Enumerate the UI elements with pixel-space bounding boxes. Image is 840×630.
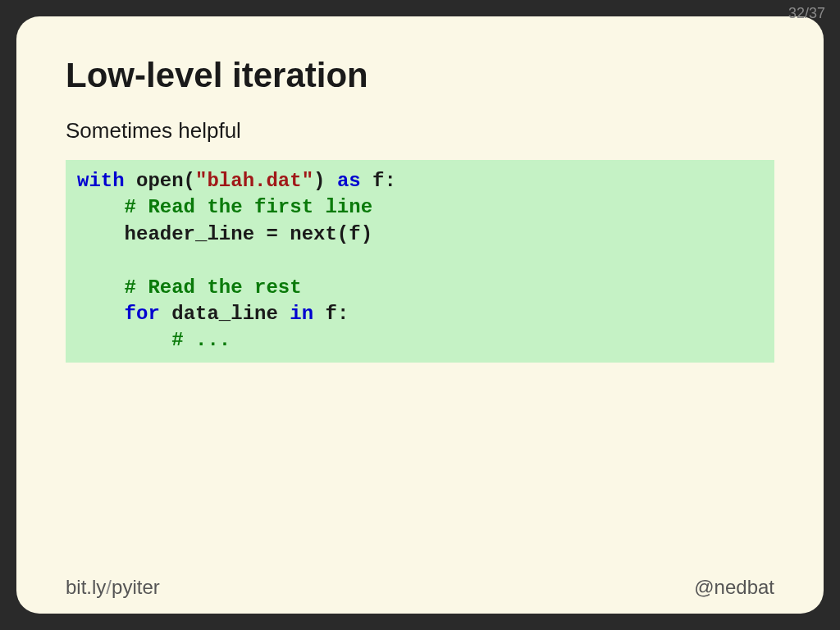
- code-text: f:: [313, 303, 349, 325]
- code-text: open(: [125, 170, 195, 192]
- code-line-2: # Read the first line: [77, 196, 372, 218]
- code-block: with open("blah.dat") as f: # Read the f…: [66, 160, 774, 363]
- code-keyword: with: [77, 170, 125, 192]
- code-line-6: for data_line in f:: [77, 303, 349, 325]
- code-line-1: with open("blah.dat") as f:: [77, 170, 396, 192]
- slide-subtitle: Sometimes helpful: [66, 118, 774, 144]
- page-total: 37: [809, 5, 825, 21]
- code-indent: [77, 276, 125, 299]
- slide: Low-level iteration Sometimes helpful wi…: [16, 16, 824, 614]
- code-comment: # ...: [171, 329, 231, 351]
- code-text: ): [313, 170, 337, 192]
- code-indent: [77, 196, 125, 218]
- code-line-5: # Read the rest: [77, 276, 302, 299]
- code-indent: [77, 329, 171, 351]
- code-keyword: in: [290, 303, 313, 325]
- code-comment: # Read the first line: [125, 196, 372, 218]
- footer-link-path: pyiter: [112, 576, 160, 598]
- slide-title: Low-level iteration: [66, 56, 774, 95]
- code-text: data_line: [160, 303, 290, 325]
- code-keyword: for: [125, 303, 160, 325]
- code-text: f:: [361, 170, 396, 192]
- code-string: "blah.dat": [195, 170, 313, 192]
- code-line-7: # ...: [77, 329, 231, 351]
- page-current: 32: [788, 5, 805, 21]
- code-line-3: header_line = next(f): [77, 223, 372, 245]
- footer-handle[interactable]: @nedbat: [694, 576, 774, 599]
- footer-link[interactable]: bit.ly/pyiter: [66, 576, 160, 599]
- code-keyword: as: [337, 170, 361, 192]
- footer-link-domain: bit.ly: [66, 576, 106, 598]
- code-comment: # Read the rest: [125, 276, 302, 299]
- code-indent: [77, 303, 125, 325]
- slide-footer: bit.ly/pyiter @nedbat: [66, 576, 774, 599]
- page-counter: 32/37: [788, 5, 825, 22]
